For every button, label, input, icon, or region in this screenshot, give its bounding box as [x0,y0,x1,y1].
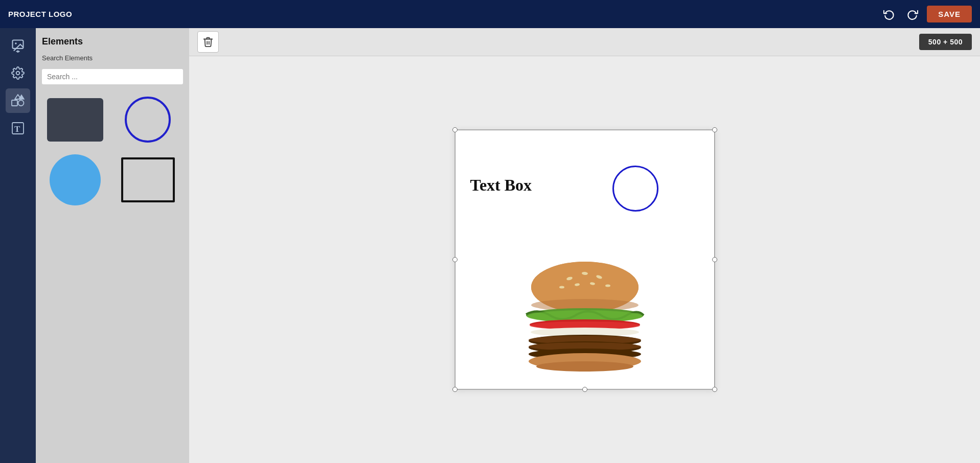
circle-outline-element[interactable] [115,91,181,148]
handle-bottom-right[interactable] [712,387,717,392]
svg-rect-5 [12,100,17,106]
canvas-board[interactable]: Text Box [454,129,715,390]
coords-badge: 500 + 500 [919,34,972,50]
svg-point-6 [18,100,24,106]
handle-top-left[interactable] [452,127,458,132]
svg-point-18 [559,286,564,289]
shapes-button[interactable] [6,88,30,113]
canvas-burger[interactable] [503,251,667,379]
dark-rectangle-element[interactable] [42,91,108,148]
handle-mid-right[interactable] [712,257,717,262]
handle-top-right[interactable] [712,127,717,132]
svg-point-32 [536,361,633,372]
svg-point-19 [605,285,610,287]
handle-mid-left[interactable] [452,257,458,262]
canvas-textbox[interactable]: Text Box [470,176,532,195]
topbar-actions: SAVE [880,5,972,24]
handle-bottom-left[interactable] [452,387,458,392]
save-button[interactable]: SAVE [927,6,972,22]
elements-panel-title: Elements [42,36,183,47]
canvas-viewport[interactable]: Text Box [189,56,980,463]
delete-button[interactable] [197,31,219,53]
elements-panel: Elements Search Elements [36,28,189,463]
image-upload-button[interactable] [6,33,30,58]
project-title: PROJECT LOGO [8,10,72,18]
undo-button[interactable] [880,5,898,24]
icon-sidebar: T [0,28,36,463]
circle-filled-element[interactable] [42,152,108,208]
elements-grid [42,91,183,208]
svg-point-1 [15,42,17,44]
settings-button[interactable] [6,61,30,85]
main-layout: T Elements Search Elements [0,28,980,463]
svg-text:T: T [14,124,20,134]
canvas-circle-outline[interactable] [612,166,658,212]
rectangle-outline-element[interactable] [115,152,181,208]
topbar: PROJECT LOGO SAVE [0,0,980,28]
search-label: Search Elements [42,54,183,62]
redo-button[interactable] [903,5,922,24]
canvas-area: 500 + 500 Text Box [189,28,980,463]
svg-point-4 [16,72,20,75]
text-button[interactable]: T [6,116,30,141]
handle-bottom-mid[interactable] [582,387,587,392]
canvas-toolbar: 500 + 500 [189,28,980,56]
search-input[interactable] [42,69,183,84]
